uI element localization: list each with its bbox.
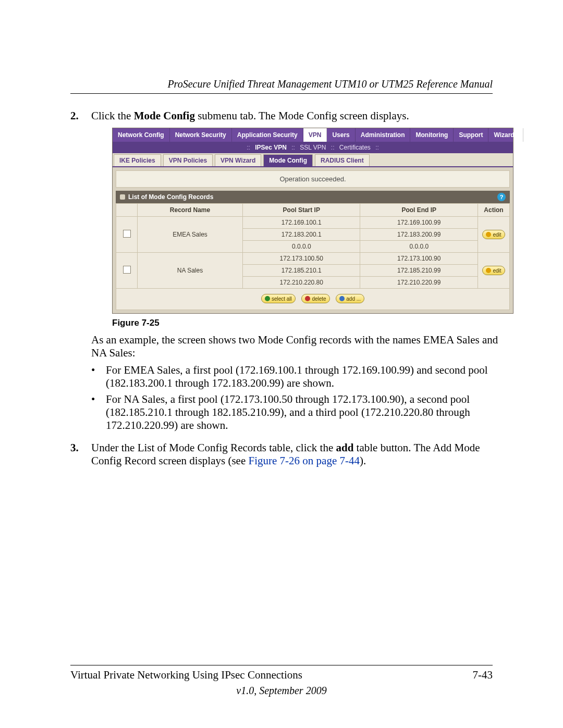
row-checkbox[interactable] bbox=[123, 266, 131, 274]
bullet-na: For NA Sales, a first pool (172.173.100.… bbox=[106, 393, 513, 432]
example-paragraph: As an example, the screen shows two Mode… bbox=[91, 334, 513, 360]
check-icon bbox=[265, 296, 270, 301]
innertab-radius-client[interactable]: RADIUS Client bbox=[315, 154, 370, 166]
tab-users[interactable]: Users bbox=[327, 128, 355, 142]
delete-icon bbox=[305, 296, 310, 301]
cell-start-ip: 172.210.220.80 bbox=[243, 277, 360, 289]
innertab-ike-policies[interactable]: IKE Policies bbox=[114, 154, 161, 166]
step-3-number: 3. bbox=[70, 441, 91, 467]
bullet-emea: For EMEA Sales, a first pool (172.169.10… bbox=[106, 364, 513, 390]
select-all-label: select all bbox=[272, 296, 292, 302]
step-2-number: 2. bbox=[70, 109, 91, 435]
section-title: List of Mode Config Records bbox=[128, 193, 213, 201]
row-checkbox[interactable] bbox=[123, 230, 131, 238]
step-3-body: Under the List of Mode Config Records ta… bbox=[91, 441, 493, 467]
cell-start-ip: 0.0.0.0 bbox=[243, 241, 360, 253]
edit-button[interactable]: edit bbox=[482, 230, 505, 239]
delete-button[interactable]: delete bbox=[301, 294, 329, 303]
sep-icon: :: bbox=[244, 144, 252, 151]
edit-icon bbox=[486, 268, 491, 273]
tab-support[interactable]: Support bbox=[454, 128, 488, 142]
footer-version: v1.0, September 2009 bbox=[70, 685, 493, 697]
subtab-certificates[interactable]: Certificates bbox=[338, 144, 372, 151]
innertab-vpn-wizard[interactable]: VPN Wizard bbox=[215, 154, 261, 166]
footer-page-number: 7-43 bbox=[473, 669, 493, 682]
step-3-text-a: Under the List of Mode Config Records ta… bbox=[91, 441, 336, 454]
tab-vpn[interactable]: VPN bbox=[303, 128, 327, 142]
step-2-text-a: Click the bbox=[91, 109, 134, 122]
cell-end-ip: 0.0.0.0 bbox=[360, 241, 478, 253]
col-pool-start: Pool Start IP bbox=[243, 204, 360, 217]
page-footer: Virtual Private Networking Using IPsec C… bbox=[70, 665, 493, 697]
main-tab-bar: Network Config Network Security Applicat… bbox=[113, 128, 513, 142]
edit-label: edit bbox=[493, 232, 501, 238]
add-icon bbox=[339, 296, 345, 301]
cell-end-ip: 172.169.100.99 bbox=[360, 217, 478, 229]
tab-network-security[interactable]: Network Security bbox=[170, 128, 232, 142]
sub-tab-bar: :: IPSec VPN :: SSL VPN :: Certificates … bbox=[113, 142, 513, 153]
step-2-bold: Mode Config bbox=[134, 109, 195, 122]
table-row: EMEA Sales 172.169.100.1 172.169.100.99 … bbox=[116, 217, 510, 229]
col-checkbox bbox=[116, 204, 138, 217]
step-2-text-c: submenu tab. The Mode Config screen disp… bbox=[195, 109, 409, 122]
cell-record-name: EMEA Sales bbox=[138, 217, 243, 253]
figure-caption: Figure 7-25 bbox=[112, 318, 513, 328]
table-button-row: select all delete add ... bbox=[116, 289, 510, 310]
cell-start-ip: 172.183.200.1 bbox=[243, 229, 360, 241]
tab-administration[interactable]: Administration bbox=[356, 128, 411, 142]
select-all-button[interactable]: select all bbox=[261, 294, 296, 303]
sep-icon: :: bbox=[373, 144, 381, 151]
delete-label: delete bbox=[312, 296, 326, 302]
col-record-name: Record Name bbox=[138, 204, 243, 217]
col-action: Action bbox=[478, 204, 510, 217]
section-handle-icon bbox=[120, 194, 125, 200]
add-button[interactable]: add ... bbox=[336, 294, 364, 303]
edit-button[interactable]: edit bbox=[482, 266, 505, 275]
tab-monitoring[interactable]: Monitoring bbox=[410, 128, 454, 142]
innertab-mode-config[interactable]: Mode Config bbox=[263, 154, 313, 166]
cell-start-ip: 172.185.210.1 bbox=[243, 265, 360, 277]
footer-chapter: Virtual Private Networking Using IPsec C… bbox=[70, 669, 302, 682]
cell-start-ip: 172.173.100.50 bbox=[243, 253, 360, 265]
mode-config-screenshot: Network Config Network Security Applicat… bbox=[112, 128, 513, 314]
cell-start-ip: 172.169.100.1 bbox=[243, 217, 360, 229]
cell-end-ip: 172.210.220.99 bbox=[360, 277, 478, 289]
tab-network-config[interactable]: Network Config bbox=[113, 128, 170, 142]
status-message: Operation succeeded. bbox=[116, 170, 510, 188]
running-head: ProSecure Unified Threat Management UTM1… bbox=[70, 78, 493, 94]
step-3-bold: add bbox=[336, 441, 353, 454]
mode-config-table: Record Name Pool Start IP Pool End IP Ac… bbox=[116, 203, 510, 289]
subtab-ssl-vpn[interactable]: SSL VPN bbox=[299, 144, 327, 151]
edit-label: edit bbox=[493, 268, 501, 274]
tab-application-security[interactable]: Application Security bbox=[232, 128, 303, 142]
innertab-vpn-policies[interactable]: VPN Policies bbox=[163, 154, 213, 166]
edit-icon bbox=[486, 232, 491, 237]
add-label: add ... bbox=[346, 296, 361, 302]
step-2-body: Click the Mode Config submenu tab. The M… bbox=[91, 109, 513, 435]
tab-wizards[interactable]: Wizards bbox=[488, 128, 523, 142]
help-icon[interactable]: ? bbox=[497, 193, 506, 201]
step-3-text-d: ). bbox=[360, 454, 366, 467]
inner-tab-bar: IKE Policies VPN Policies VPN Wizard Mod… bbox=[113, 153, 513, 167]
cell-end-ip: 172.185.210.99 bbox=[360, 265, 478, 277]
sep-icon: :: bbox=[289, 144, 297, 151]
section-header: List of Mode Config Records ? bbox=[116, 191, 510, 203]
subtab-ipsec-vpn[interactable]: IPSec VPN bbox=[254, 144, 288, 151]
cell-end-ip: 172.183.200.99 bbox=[360, 229, 478, 241]
col-pool-end: Pool End IP bbox=[360, 204, 478, 217]
sep-icon: :: bbox=[329, 144, 337, 151]
table-row: NA Sales 172.173.100.50 172.173.100.90 e… bbox=[116, 253, 510, 265]
cell-record-name: NA Sales bbox=[138, 253, 243, 289]
figure-cross-ref-link[interactable]: Figure 7-26 on page 7-44 bbox=[249, 454, 360, 467]
cell-end-ip: 172.173.100.90 bbox=[360, 253, 478, 265]
